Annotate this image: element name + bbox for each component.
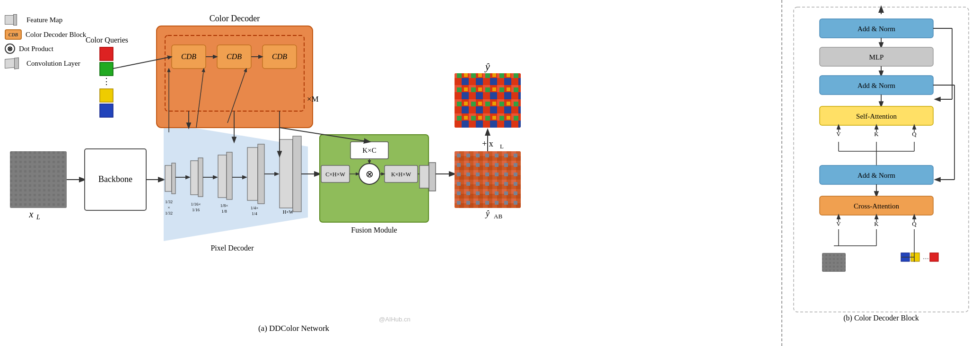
- rp-add-norm-top-label: Add & Norm: [858, 25, 895, 33]
- kxhxw-label: K×H×W: [391, 171, 411, 178]
- cxhxw-label: C×H×W: [325, 171, 345, 178]
- svg-rect-13: [227, 152, 232, 199]
- caption-a: (a) DDColor Network: [258, 324, 330, 333]
- svg-rect-3: [165, 165, 172, 191]
- conv-after-fusion: [420, 163, 436, 191]
- svg-rect-12: [218, 155, 227, 198]
- xl-label: x: [29, 209, 34, 219]
- svg-text:1/8: 1/8: [221, 209, 227, 214]
- rp-add-norm-mid-label: Add & Norm: [858, 82, 895, 89]
- rp-add-norm-low-label: Add & Norm: [858, 172, 895, 179]
- fpn-layer5: H×W: [280, 136, 301, 215]
- dot-product-symbol: ⊗: [366, 169, 374, 179]
- pixel-decoder-label: Pixel Decoder: [210, 244, 254, 252]
- yhat-ab-subscript: AB: [494, 213, 502, 220]
- svg-text:×: ×: [167, 205, 170, 210]
- query-red: [100, 47, 113, 61]
- rp-cross-attention-label: Cross-Attention: [854, 202, 899, 210]
- svg-rect-25: [455, 151, 521, 208]
- svg-text:1/16: 1/16: [192, 208, 200, 212]
- kxc-label: K×C: [362, 147, 376, 154]
- query-dots: ⋮: [102, 77, 111, 86]
- cdb-2-label: CDB: [227, 52, 242, 61]
- xl-subscript: L: [36, 214, 40, 221]
- svg-rect-20: [280, 139, 293, 208]
- rp-mlp-label: MLP: [869, 53, 884, 61]
- color-decoder-box: [157, 26, 313, 128]
- svg-text:1/32: 1/32: [165, 199, 173, 204]
- watermark: @AIHub.cn: [379, 316, 411, 323]
- svg-rect-23: [420, 165, 429, 188]
- query-green: [100, 62, 113, 76]
- plus-xl-subscript: L: [500, 143, 504, 150]
- svg-text:1/32: 1/32: [165, 211, 173, 216]
- query-yellow: [100, 89, 113, 102]
- network-diagram: x L Backbone 1/32 × 1/32: [0, 0, 781, 346]
- svg-rect-8: [191, 161, 198, 195]
- right-panel: (b) Color Decoder Block Add & Norm MLP A…: [781, 0, 980, 346]
- svg-rect-30: [455, 73, 521, 128]
- cdb-3-label: CDB: [272, 52, 287, 61]
- svg-rect-9: [198, 158, 203, 197]
- cdb-1-label: CDB: [181, 52, 196, 61]
- svg-rect-4: [172, 163, 175, 194]
- svg-text:1/8×: 1/8×: [220, 203, 228, 208]
- svg-rect-0: [10, 151, 67, 208]
- left-panel: Feature Map CDB Color Decoder Block ⊗ Do…: [0, 0, 781, 346]
- main-container: Feature Map CDB Color Decoder Block ⊗ Do…: [0, 0, 980, 346]
- yhat-ab-label: ŷ: [485, 209, 490, 218]
- backbone-label: Backbone: [98, 174, 132, 184]
- rp-q-red: [930, 253, 938, 261]
- svg-rect-24: [429, 163, 436, 191]
- rp-title: (b) Color Decoder Block: [843, 314, 919, 322]
- rp-self-attention-label: Self-Attention: [856, 112, 897, 120]
- svg-rect-36: [822, 253, 846, 272]
- fusion-module-label: Fusion Module: [351, 226, 397, 234]
- rp-q-dots: …: [923, 253, 929, 260]
- query-blue: [100, 104, 113, 117]
- yhat-top-label: ŷ: [484, 61, 490, 72]
- svg-rect-16: [247, 147, 258, 200]
- svg-rect-21: [293, 136, 301, 212]
- svg-rect-17: [258, 144, 264, 204]
- svg-text:1/4: 1/4: [252, 211, 257, 216]
- xm-label: ×M: [307, 95, 319, 104]
- right-panel-diagram: (b) Color Decoder Block Add & Norm MLP A…: [791, 5, 971, 326]
- svg-text:H×W: H×W: [283, 209, 294, 215]
- svg-text:1/4×: 1/4×: [251, 206, 259, 210]
- svg-text:1/16×: 1/16×: [191, 202, 201, 207]
- color-decoder-title: Color Decoder: [210, 14, 260, 23]
- color-queries-label: Color Queries: [86, 36, 128, 44]
